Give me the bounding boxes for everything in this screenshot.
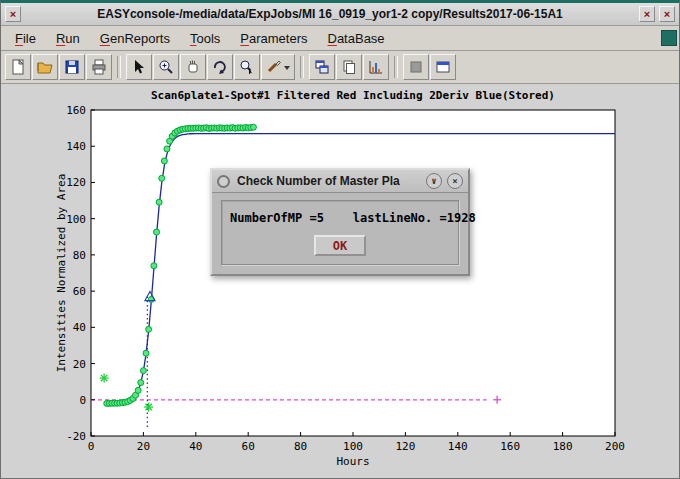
menu-database[interactable]: DataBase (318, 29, 395, 48)
square-button[interactable] (403, 54, 429, 80)
print-button[interactable] (86, 54, 112, 80)
x-tick-label: 0 (88, 440, 95, 453)
dialog-message: NumberOfMP =5 lastLineNo. =1928 (230, 211, 476, 225)
paint-brush-icon (265, 58, 291, 76)
dialog-title: Check Number of Master Pla (237, 174, 421, 188)
x-tick-label: 200 (605, 440, 625, 453)
x-axis-label: Hours (336, 455, 369, 468)
window-title: EASYconsole-/media/data/ExpJobs/MI 16_09… (27, 3, 633, 25)
new-button[interactable] (5, 54, 31, 80)
chart-canvas: 020406080100120140160180200-200204060801… (1, 84, 679, 478)
pan-hand-icon (184, 58, 202, 76)
window-titlebar: × EASYconsole-/media/data/ExpJobs/MI 16_… (1, 3, 679, 26)
dialog-titlebar[interactable]: Check Number of Master Pla ∨ × (212, 170, 468, 193)
print-icon (90, 58, 108, 76)
menu-parameters[interactable]: Parameters (230, 29, 317, 48)
window-button[interactable] (430, 54, 456, 80)
rotate-icon (211, 58, 229, 76)
y-tick-label: 80 (73, 249, 86, 262)
zoom-pointer-icon (238, 58, 256, 76)
x-tick-label: 20 (137, 440, 150, 453)
window-frame-icon (434, 58, 452, 76)
measured-points (140, 368, 146, 374)
copy-button[interactable] (336, 54, 362, 80)
y-tick-label: 140 (66, 140, 86, 153)
x-tick-label: 60 (242, 440, 255, 453)
new-document-icon (9, 58, 27, 76)
tile-windows-icon (313, 58, 331, 76)
menu-tools[interactable]: Tools (180, 29, 230, 48)
x-tick-label: 80 (294, 440, 307, 453)
toolbar-separator (300, 56, 304, 78)
solid-square-icon (407, 58, 425, 76)
save-icon (63, 58, 81, 76)
y-tick-label: 160 (66, 104, 86, 117)
brush-button[interactable] (261, 54, 295, 80)
measured-points (151, 263, 157, 269)
x-tick-label: 120 (395, 440, 415, 453)
y-tick-label: 20 (73, 358, 86, 371)
copy-pages-icon (340, 58, 358, 76)
dialog-body: NumberOfMP =5 lastLineNo. =1928 OK (212, 193, 468, 274)
measured-points (159, 175, 165, 181)
zoom-select-button[interactable] (234, 54, 260, 80)
dialog-panel: NumberOfMP =5 lastLineNo. =1928 OK (221, 200, 459, 265)
zoom-in-button[interactable] (153, 54, 179, 80)
zoom-in-icon (157, 58, 175, 76)
chart-title: Scan6plate1-Spot#1 Filtered Red Includin… (151, 89, 555, 102)
measured-points (154, 229, 160, 235)
dialog-check-number-of-master-plates: Check Number of Master Pla ∨ × NumberOfM… (210, 168, 470, 276)
dialog-circle-icon (217, 175, 230, 188)
pan-button[interactable] (180, 54, 206, 80)
window-close-button[interactable]: × (659, 6, 675, 22)
measured-points (164, 146, 170, 152)
menu-run[interactable]: Run (46, 29, 90, 48)
y-tick-label: 100 (66, 213, 86, 226)
ok-button[interactable]: OK (314, 235, 366, 256)
cursor-arrow-icon (130, 58, 148, 76)
measured-points (146, 326, 152, 332)
measured-points (250, 124, 256, 130)
y-tick-label: 40 (73, 321, 86, 334)
dialog-close-button[interactable]: × (447, 173, 463, 189)
open-folder-icon (36, 58, 54, 76)
measured-points (138, 380, 144, 386)
measured-points (143, 350, 149, 356)
window-iconify-button[interactable]: × (639, 6, 655, 22)
y-tick-label: 60 (73, 285, 86, 298)
measured-points (161, 158, 167, 164)
save-button[interactable] (59, 54, 85, 80)
menu-file[interactable]: File (5, 29, 46, 48)
measured-points (135, 387, 141, 393)
toolbar-separator (394, 56, 398, 78)
rotate-button[interactable] (207, 54, 233, 80)
x-tick-label: 160 (500, 440, 520, 453)
x-tick-label: 100 (343, 440, 363, 453)
toolbar (1, 51, 679, 84)
chart-button[interactable] (363, 54, 389, 80)
menu-genreports[interactable]: GenReports (90, 29, 180, 48)
menubar-grip[interactable] (661, 30, 677, 46)
dialog-collapse-button[interactable]: ∨ (426, 173, 442, 189)
window-close-left-button[interactable]: × (5, 6, 21, 22)
y-tick-label: 0 (79, 394, 86, 407)
y-tick-label: -20 (66, 430, 86, 443)
x-tick-label: 180 (553, 440, 573, 453)
open-button[interactable] (32, 54, 58, 80)
measured-points (156, 199, 162, 205)
toolbar-separator (117, 56, 121, 78)
chart-area: 020406080100120140160180200-200204060801… (1, 84, 679, 478)
y-axis-label: Intensities Normalized by Area (55, 174, 68, 373)
tile-windows-button[interactable] (309, 54, 335, 80)
bar-chart-icon (367, 58, 385, 76)
y-tick-label: 120 (66, 176, 86, 189)
x-tick-label: 40 (189, 440, 202, 453)
app-window: × EASYconsole-/media/data/ExpJobs/MI 16_… (0, 0, 680, 479)
menubar: File Run GenReports Tools Parameters Dat… (1, 26, 679, 51)
x-tick-label: 140 (448, 440, 468, 453)
cursor-tool-button[interactable] (126, 54, 152, 80)
